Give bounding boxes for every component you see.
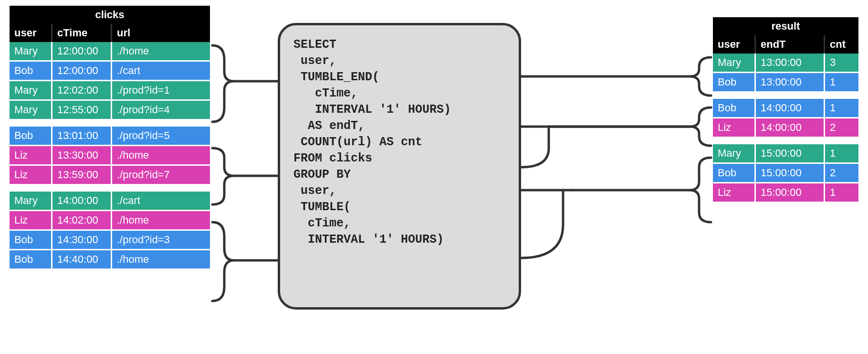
cell-ctime: 13:59:00: [52, 166, 112, 184]
table-row: Mary12:02:00./prod?id=1: [10, 81, 210, 99]
table-row: Liz14:00:002: [713, 118, 858, 137]
cell-url: ./cart: [112, 62, 210, 80]
table-row: Mary12:00:00./home: [10, 42, 210, 60]
table-row: Bob12:00:00./cart: [10, 62, 210, 80]
clicks-header: user cTime url: [10, 24, 210, 42]
result-group: Mary13:00:003Bob13:00:001: [713, 54, 858, 91]
cell-cnt: 1: [825, 144, 858, 162]
cell-url: ./prod?id=4: [112, 101, 210, 119]
cell-endt: 14:00:00: [756, 99, 825, 117]
col-ctime: cTime: [52, 24, 112, 42]
cell-ctime: 13:01:00: [52, 127, 112, 145]
cell-user: Liz: [10, 146, 52, 164]
cell-ctime: 12:00:00: [52, 42, 112, 60]
col-cnt: cnt: [825, 35, 858, 54]
cell-url: ./home: [112, 146, 210, 164]
cell-user: Mary: [10, 81, 52, 99]
table-row: Mary12:55:00./prod?id=4: [10, 101, 210, 119]
cell-endt: 13:00:00: [756, 54, 825, 72]
cell-user: Mary: [10, 42, 52, 60]
cell-cnt: 2: [825, 118, 858, 137]
cell-user: Bob: [713, 73, 756, 91]
table-row: Liz15:00:001: [713, 183, 858, 202]
cell-user: Liz: [10, 166, 52, 184]
cell-cnt: 1: [825, 73, 858, 91]
cell-url: ./prod?id=7: [112, 166, 210, 184]
cell-endt: 15:00:00: [756, 164, 825, 182]
cell-user: Mary: [713, 144, 756, 162]
cell-user: Bob: [713, 99, 756, 117]
sql-code: SELECT user, TUMBLE_END( cTime, INTERVAL…: [293, 37, 505, 248]
cell-url: ./prod?id=3: [112, 231, 210, 249]
table-row: Mary13:00:003: [713, 54, 858, 72]
table-row: Liz13:59:00./prod?id=7: [10, 166, 210, 184]
col-user: user: [713, 35, 756, 54]
table-row: Bob13:01:00./prod?id=5: [10, 127, 210, 145]
cell-endt: 14:00:00: [756, 118, 825, 137]
cell-ctime: 14:30:00: [52, 231, 112, 249]
col-user: user: [10, 24, 52, 42]
cell-cnt: 1: [825, 99, 858, 117]
cell-cnt: 2: [825, 164, 858, 182]
table-row: Mary14:00:00./cart: [10, 192, 210, 210]
col-endt: endT: [756, 35, 825, 54]
cell-user: Liz: [10, 211, 52, 229]
result-group: Mary15:00:001Bob15:00:002Liz15:00:001: [713, 144, 858, 202]
cell-endt: 13:00:00: [756, 73, 825, 91]
table-row: Bob14:40:00./home: [10, 250, 210, 268]
table-row: Liz14:02:00./home: [10, 211, 210, 229]
result-header: user endT cnt: [713, 35, 858, 54]
clicks-group: Mary14:00:00./cartLiz14:02:00./homeBob14…: [10, 192, 210, 268]
cell-url: ./cart: [112, 192, 210, 210]
cell-user: Bob: [10, 62, 52, 80]
cell-user: Mary: [10, 101, 52, 119]
cell-cnt: 3: [825, 54, 858, 72]
cell-url: ./home: [112, 42, 210, 60]
table-row: Liz13:30:00./home: [10, 146, 210, 164]
cell-cnt: 1: [825, 183, 858, 202]
table-row: Mary15:00:001: [713, 144, 858, 162]
sql-query-box: SELECT user, TUMBLE_END( cTime, INTERVAL…: [278, 23, 521, 310]
cell-url: ./prod?id=1: [112, 81, 210, 99]
cell-ctime: 14:00:00: [52, 192, 112, 210]
clicks-title: clicks: [10, 6, 210, 24]
cell-ctime: 12:00:00: [52, 62, 112, 80]
cell-url: ./home: [112, 250, 210, 268]
cell-endt: 15:00:00: [756, 144, 825, 162]
cell-user: Bob: [713, 164, 756, 182]
cell-user: Liz: [713, 118, 756, 137]
cell-ctime: 14:40:00: [52, 250, 112, 268]
cell-user: Mary: [713, 54, 756, 72]
clicks-group: Bob13:01:00./prod?id=5Liz13:30:00./homeL…: [10, 127, 210, 184]
col-url: url: [112, 24, 210, 42]
result-table: result user endT cnt Mary13:00:003Bob13:…: [713, 17, 858, 209]
cell-ctime: 13:30:00: [52, 146, 112, 164]
table-row: Bob14:00:001: [713, 99, 858, 117]
result-group: Bob14:00:001Liz14:00:002: [713, 99, 858, 137]
table-row: Bob14:30:00./prod?id=3: [10, 231, 210, 249]
table-row: Bob13:00:001: [713, 73, 858, 91]
cell-endt: 15:00:00: [756, 183, 825, 202]
cell-ctime: 12:02:00: [52, 81, 112, 99]
cell-url: ./prod?id=5: [112, 127, 210, 145]
table-row: Bob15:00:002: [713, 164, 858, 182]
cell-user: Liz: [713, 183, 756, 202]
cell-user: Bob: [10, 127, 52, 145]
clicks-table: clicks user cTime url Mary12:00:00./home…: [10, 6, 210, 276]
cell-ctime: 12:55:00: [52, 101, 112, 119]
result-title: result: [713, 17, 858, 35]
cell-user: Mary: [10, 192, 52, 210]
clicks-group: Mary12:00:00./homeBob12:00:00./cartMary1…: [10, 42, 210, 119]
cell-user: Bob: [10, 231, 52, 249]
cell-url: ./home: [112, 211, 210, 229]
cell-user: Bob: [10, 250, 52, 268]
cell-ctime: 14:02:00: [52, 211, 112, 229]
